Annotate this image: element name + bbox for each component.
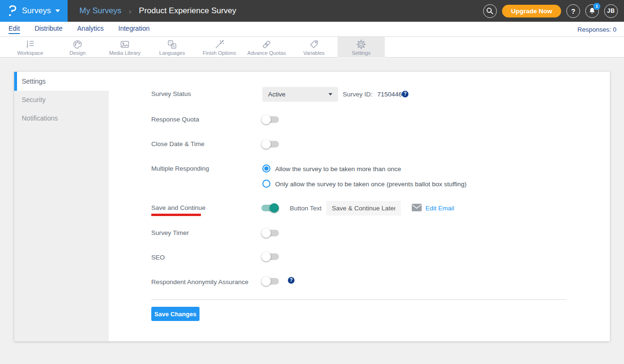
- toolbar-settings[interactable]: Settings: [338, 37, 385, 58]
- chain-link-icon: [261, 39, 272, 50]
- question-mark-icon: ?: [571, 7, 575, 15]
- svg-text:A: A: [173, 44, 175, 48]
- toolbar-advance-quotas[interactable]: Advance Quotas: [243, 37, 290, 58]
- response-quota-label: Response Quota: [151, 116, 199, 123]
- toolbar-design[interactable]: Design: [54, 37, 101, 58]
- tab-distribute[interactable]: Distribute: [35, 25, 62, 34]
- breadcrumb-separator: ›: [129, 7, 131, 15]
- toolbar-design-label: Design: [69, 50, 86, 56]
- toolbar-languages[interactable]: * A Languages: [148, 37, 196, 58]
- close-date-toggle[interactable]: [261, 139, 279, 149]
- settings-sidebar: Settings Security Notifications: [14, 72, 109, 341]
- survey-timer-label: Survey Timer: [151, 229, 189, 236]
- tab-analytics[interactable]: Analytics: [77, 25, 104, 34]
- anonymity-help-icon[interactable]: ?: [288, 277, 295, 284]
- response-quota-toggle[interactable]: [261, 115, 279, 124]
- tab-integration[interactable]: Integration: [118, 25, 149, 34]
- email-envelope-icon: [412, 204, 422, 211]
- toolbar-settings-label: Settings: [352, 50, 371, 56]
- toolbar-workspace-label: Workspace: [17, 50, 43, 56]
- button-text-input[interactable]: [326, 201, 401, 216]
- image-icon: [120, 39, 130, 50]
- upgrade-now-button[interactable]: Upgrade Now: [502, 5, 561, 17]
- toolbar-media-library-label: Media Library: [109, 50, 141, 56]
- seo-toggle[interactable]: [261, 252, 279, 261]
- help-button[interactable]: ?: [566, 4, 580, 18]
- radio-allow-multiple[interactable]: [262, 165, 270, 173]
- save-continue-label: Save and Continue: [151, 204, 206, 211]
- seo-label: SEO: [151, 254, 165, 261]
- save-continue-highlight-underline: [151, 214, 201, 216]
- radio-only-once[interactable]: [262, 180, 270, 188]
- topbar-actions: Upgrade Now ? 1 JB: [483, 0, 618, 22]
- radio-only-once-label[interactable]: Only allow the survey to be taken once (…: [275, 181, 467, 188]
- survey-timer-toggle[interactable]: [261, 228, 279, 238]
- button-text-label: Button Text: [290, 205, 321, 212]
- responses-count: Responses: 0: [577, 22, 616, 37]
- breadcrumb-my-surveys[interactable]: My Surveys: [79, 6, 121, 16]
- survey-status-value: Active: [268, 91, 329, 98]
- toolbar-variables[interactable]: Variables: [290, 37, 338, 58]
- footer-divider: [151, 299, 566, 300]
- survey-title: Product Experience Survey: [139, 6, 236, 16]
- toolbar-variables-label: Variables: [303, 50, 324, 56]
- product-name: Surveys: [22, 6, 51, 16]
- survey-status-label: Survey Status: [151, 90, 191, 97]
- gear-icon: [356, 39, 366, 50]
- tab-edit[interactable]: Edit: [9, 25, 20, 34]
- survey-id-help-icon[interactable]: ?: [402, 91, 408, 97]
- toolbar-languages-label: Languages: [159, 50, 185, 56]
- anonymity-toggle[interactable]: [261, 277, 279, 286]
- magic-wand-icon: [214, 39, 225, 50]
- search-button[interactable]: [483, 4, 497, 18]
- close-date-label: Close Date & Time: [151, 140, 205, 147]
- breadcrumb: My Surveys › Product Experience Survey: [79, 0, 236, 22]
- radio-allow-multiple-label[interactable]: Allow the survey to be taken more than o…: [275, 165, 401, 173]
- sidebar-item-settings[interactable]: Settings: [14, 72, 109, 91]
- nav-tabs: Edit Distribute Analytics Integration: [9, 22, 149, 37]
- notifications-button[interactable]: 1: [585, 4, 599, 18]
- edit-email-link[interactable]: Edit Email: [425, 205, 454, 212]
- anonymity-label: Respondent Anonymity Assurance: [151, 278, 249, 286]
- tag-icon: [309, 39, 319, 50]
- chevron-down-icon: [55, 9, 60, 12]
- questionpro-logo-icon: [8, 5, 17, 17]
- sidebar-rest: Security Notifications: [14, 91, 109, 341]
- notification-count-badge: 1: [593, 3, 600, 10]
- chevron-down-icon: [329, 93, 332, 95]
- multiple-responding-label: Multiple Responding: [151, 165, 209, 172]
- toolbar-finish-options-label: Finish Options: [203, 50, 236, 56]
- survey-id-label: Survey ID:: [343, 91, 373, 98]
- translate-icon: * A: [167, 39, 177, 50]
- edit-toolbar: Workspace Design Media Library * A Langu…: [0, 37, 624, 58]
- workspace-icon: [25, 39, 35, 50]
- product-switcher[interactable]: Surveys: [0, 0, 68, 22]
- avatar-initials: JB: [607, 8, 615, 14]
- toolbar-media-library[interactable]: Media Library: [101, 37, 148, 58]
- toolbar-workspace[interactable]: Workspace: [7, 37, 54, 58]
- sidebar-item-security[interactable]: Security: [14, 91, 109, 109]
- svg-text:*: *: [169, 41, 171, 44]
- palette-icon: [72, 39, 83, 50]
- top-bar: Surveys My Surveys › Product Experience …: [0, 0, 624, 22]
- survey-nav: Edit Distribute Analytics Integration Re…: [0, 22, 624, 37]
- toolbar-finish-options[interactable]: Finish Options: [196, 37, 243, 58]
- survey-id-value: 7150446: [377, 91, 402, 98]
- user-avatar[interactable]: JB: [604, 4, 618, 18]
- search-icon: [486, 7, 494, 15]
- settings-card: Settings Security Notifications Survey S…: [14, 72, 610, 341]
- toolbar-advance-quotas-label: Advance Quotas: [247, 50, 286, 56]
- save-continue-toggle[interactable]: [261, 203, 279, 213]
- save-changes-button[interactable]: Save Changes: [151, 307, 199, 321]
- survey-status-dropdown[interactable]: Active: [262, 87, 338, 102]
- sidebar-item-notifications[interactable]: Notifications: [14, 109, 109, 128]
